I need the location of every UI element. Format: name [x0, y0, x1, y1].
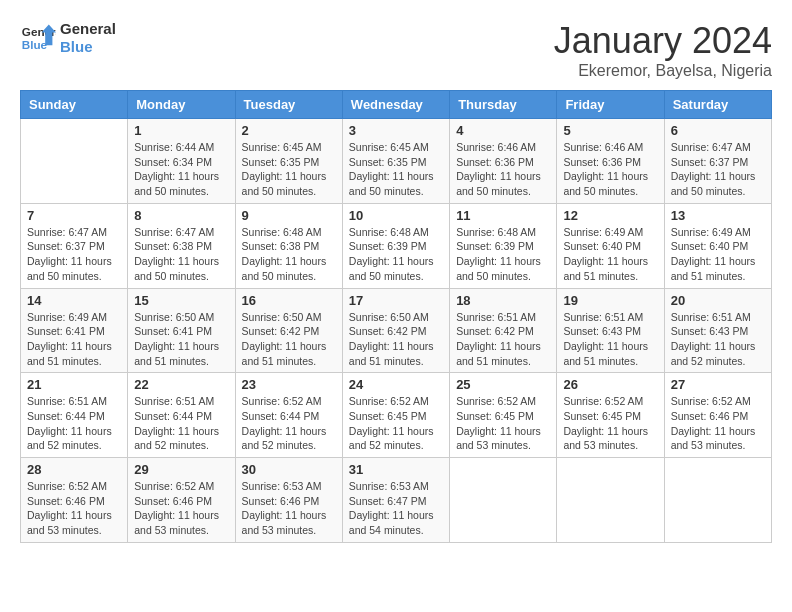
day-number: 20 — [671, 293, 765, 308]
header-day-sunday: Sunday — [21, 91, 128, 119]
day-info: Sunrise: 6:52 AM Sunset: 6:46 PM Dayligh… — [671, 394, 765, 453]
day-info: Sunrise: 6:51 AM Sunset: 6:43 PM Dayligh… — [671, 310, 765, 369]
calendar-cell: 21Sunrise: 6:51 AM Sunset: 6:44 PM Dayli… — [21, 373, 128, 458]
day-number: 24 — [349, 377, 443, 392]
day-info: Sunrise: 6:47 AM Sunset: 6:37 PM Dayligh… — [27, 225, 121, 284]
day-number: 15 — [134, 293, 228, 308]
logo-general: General — [60, 20, 116, 38]
day-info: Sunrise: 6:44 AM Sunset: 6:34 PM Dayligh… — [134, 140, 228, 199]
calendar-cell: 5Sunrise: 6:46 AM Sunset: 6:36 PM Daylig… — [557, 119, 664, 204]
day-number: 29 — [134, 462, 228, 477]
day-number: 1 — [134, 123, 228, 138]
calendar-cell: 11Sunrise: 6:48 AM Sunset: 6:39 PM Dayli… — [450, 203, 557, 288]
day-info: Sunrise: 6:45 AM Sunset: 6:35 PM Dayligh… — [242, 140, 336, 199]
calendar-cell: 16Sunrise: 6:50 AM Sunset: 6:42 PM Dayli… — [235, 288, 342, 373]
calendar-cell: 23Sunrise: 6:52 AM Sunset: 6:44 PM Dayli… — [235, 373, 342, 458]
calendar-cell: 3Sunrise: 6:45 AM Sunset: 6:35 PM Daylig… — [342, 119, 449, 204]
svg-text:Blue: Blue — [22, 38, 48, 51]
day-number: 23 — [242, 377, 336, 392]
day-number: 9 — [242, 208, 336, 223]
week-row-5: 28Sunrise: 6:52 AM Sunset: 6:46 PM Dayli… — [21, 458, 772, 543]
day-number: 6 — [671, 123, 765, 138]
day-number: 31 — [349, 462, 443, 477]
calendar-cell: 12Sunrise: 6:49 AM Sunset: 6:40 PM Dayli… — [557, 203, 664, 288]
day-info: Sunrise: 6:45 AM Sunset: 6:35 PM Dayligh… — [349, 140, 443, 199]
header-day-monday: Monday — [128, 91, 235, 119]
logo-blue: Blue — [60, 38, 116, 56]
calendar-cell: 4Sunrise: 6:46 AM Sunset: 6:36 PM Daylig… — [450, 119, 557, 204]
day-number: 3 — [349, 123, 443, 138]
calendar-cell — [450, 458, 557, 543]
day-info: Sunrise: 6:48 AM Sunset: 6:39 PM Dayligh… — [456, 225, 550, 284]
calendar-cell: 13Sunrise: 6:49 AM Sunset: 6:40 PM Dayli… — [664, 203, 771, 288]
day-info: Sunrise: 6:50 AM Sunset: 6:41 PM Dayligh… — [134, 310, 228, 369]
day-info: Sunrise: 6:52 AM Sunset: 6:44 PM Dayligh… — [242, 394, 336, 453]
day-number: 27 — [671, 377, 765, 392]
day-number: 4 — [456, 123, 550, 138]
header-day-tuesday: Tuesday — [235, 91, 342, 119]
day-info: Sunrise: 6:49 AM Sunset: 6:40 PM Dayligh… — [671, 225, 765, 284]
day-number: 22 — [134, 377, 228, 392]
calendar-cell: 2Sunrise: 6:45 AM Sunset: 6:35 PM Daylig… — [235, 119, 342, 204]
calendar-cell: 1Sunrise: 6:44 AM Sunset: 6:34 PM Daylig… — [128, 119, 235, 204]
calendar-cell: 27Sunrise: 6:52 AM Sunset: 6:46 PM Dayli… — [664, 373, 771, 458]
day-number: 2 — [242, 123, 336, 138]
calendar-cell: 24Sunrise: 6:52 AM Sunset: 6:45 PM Dayli… — [342, 373, 449, 458]
day-number: 21 — [27, 377, 121, 392]
day-info: Sunrise: 6:53 AM Sunset: 6:46 PM Dayligh… — [242, 479, 336, 538]
day-info: Sunrise: 6:46 AM Sunset: 6:36 PM Dayligh… — [456, 140, 550, 199]
day-number: 10 — [349, 208, 443, 223]
calendar-cell: 25Sunrise: 6:52 AM Sunset: 6:45 PM Dayli… — [450, 373, 557, 458]
page-header: General Blue General Blue January 2024 E… — [20, 20, 772, 80]
calendar-cell: 10Sunrise: 6:48 AM Sunset: 6:39 PM Dayli… — [342, 203, 449, 288]
day-number: 12 — [563, 208, 657, 223]
calendar-cell: 14Sunrise: 6:49 AM Sunset: 6:41 PM Dayli… — [21, 288, 128, 373]
day-number: 8 — [134, 208, 228, 223]
day-info: Sunrise: 6:53 AM Sunset: 6:47 PM Dayligh… — [349, 479, 443, 538]
day-info: Sunrise: 6:47 AM Sunset: 6:37 PM Dayligh… — [671, 140, 765, 199]
week-row-3: 14Sunrise: 6:49 AM Sunset: 6:41 PM Dayli… — [21, 288, 772, 373]
calendar-cell: 31Sunrise: 6:53 AM Sunset: 6:47 PM Dayli… — [342, 458, 449, 543]
main-title: January 2024 — [554, 20, 772, 62]
day-info: Sunrise: 6:50 AM Sunset: 6:42 PM Dayligh… — [242, 310, 336, 369]
logo-icon: General Blue — [20, 20, 56, 56]
calendar-header: SundayMondayTuesdayWednesdayThursdayFrid… — [21, 91, 772, 119]
day-number: 25 — [456, 377, 550, 392]
day-number: 17 — [349, 293, 443, 308]
logo: General Blue General Blue — [20, 20, 116, 56]
day-info: Sunrise: 6:52 AM Sunset: 6:46 PM Dayligh… — [27, 479, 121, 538]
day-info: Sunrise: 6:52 AM Sunset: 6:46 PM Dayligh… — [134, 479, 228, 538]
calendar-cell: 20Sunrise: 6:51 AM Sunset: 6:43 PM Dayli… — [664, 288, 771, 373]
day-number: 11 — [456, 208, 550, 223]
day-info: Sunrise: 6:48 AM Sunset: 6:38 PM Dayligh… — [242, 225, 336, 284]
week-row-1: 1Sunrise: 6:44 AM Sunset: 6:34 PM Daylig… — [21, 119, 772, 204]
day-info: Sunrise: 6:47 AM Sunset: 6:38 PM Dayligh… — [134, 225, 228, 284]
subtitle: Ekeremor, Bayelsa, Nigeria — [554, 62, 772, 80]
day-number: 16 — [242, 293, 336, 308]
day-info: Sunrise: 6:46 AM Sunset: 6:36 PM Dayligh… — [563, 140, 657, 199]
calendar-cell: 30Sunrise: 6:53 AM Sunset: 6:46 PM Dayli… — [235, 458, 342, 543]
day-number: 14 — [27, 293, 121, 308]
calendar-cell — [21, 119, 128, 204]
day-number: 13 — [671, 208, 765, 223]
calendar-cell: 6Sunrise: 6:47 AM Sunset: 6:37 PM Daylig… — [664, 119, 771, 204]
calendar-cell: 26Sunrise: 6:52 AM Sunset: 6:45 PM Dayli… — [557, 373, 664, 458]
header-day-saturday: Saturday — [664, 91, 771, 119]
day-number: 7 — [27, 208, 121, 223]
calendar-cell — [664, 458, 771, 543]
day-info: Sunrise: 6:49 AM Sunset: 6:40 PM Dayligh… — [563, 225, 657, 284]
day-number: 19 — [563, 293, 657, 308]
title-section: January 2024 Ekeremor, Bayelsa, Nigeria — [554, 20, 772, 80]
day-info: Sunrise: 6:52 AM Sunset: 6:45 PM Dayligh… — [563, 394, 657, 453]
header-day-wednesday: Wednesday — [342, 91, 449, 119]
day-info: Sunrise: 6:51 AM Sunset: 6:44 PM Dayligh… — [27, 394, 121, 453]
week-row-2: 7Sunrise: 6:47 AM Sunset: 6:37 PM Daylig… — [21, 203, 772, 288]
calendar-cell — [557, 458, 664, 543]
day-info: Sunrise: 6:52 AM Sunset: 6:45 PM Dayligh… — [456, 394, 550, 453]
day-number: 5 — [563, 123, 657, 138]
calendar-table: SundayMondayTuesdayWednesdayThursdayFrid… — [20, 90, 772, 543]
header-day-thursday: Thursday — [450, 91, 557, 119]
calendar-cell: 28Sunrise: 6:52 AM Sunset: 6:46 PM Dayli… — [21, 458, 128, 543]
day-info: Sunrise: 6:48 AM Sunset: 6:39 PM Dayligh… — [349, 225, 443, 284]
calendar-cell: 29Sunrise: 6:52 AM Sunset: 6:46 PM Dayli… — [128, 458, 235, 543]
